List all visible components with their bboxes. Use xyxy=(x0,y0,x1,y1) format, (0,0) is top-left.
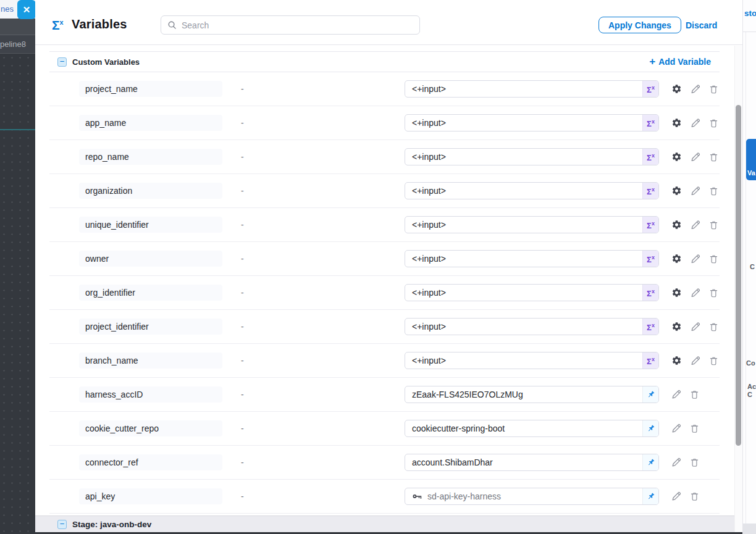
variable-value-input[interactable]: cookiecutter-spring-boot xyxy=(405,420,659,437)
expression-type-button[interactable]: Σx xyxy=(642,81,658,97)
edit-icon[interactable] xyxy=(691,186,700,196)
expression-type-button[interactable]: Σx xyxy=(642,251,658,267)
settings-icon[interactable] xyxy=(671,356,682,366)
delete-icon[interactable] xyxy=(709,152,718,162)
edit-icon[interactable] xyxy=(691,322,700,332)
settings-icon[interactable] xyxy=(671,84,682,94)
edit-icon[interactable] xyxy=(691,84,700,94)
apply-changes-button[interactable]: Apply Changes xyxy=(598,17,681,33)
custom-variables-section-header: − Custom Variables + Add Variable xyxy=(49,51,720,72)
expression-icon: Σx xyxy=(647,288,655,298)
sigma-x-icon: Σx xyxy=(52,16,64,31)
variable-value-input[interactable]: <+input>Σx xyxy=(405,114,659,131)
row-actions xyxy=(671,390,699,399)
variables-drawer: Σx Variables Search Apply Changes Discar… xyxy=(35,0,742,534)
edit-icon[interactable] xyxy=(671,457,681,467)
delete-icon[interactable] xyxy=(690,390,699,399)
edit-icon[interactable] xyxy=(691,118,700,128)
variable-value-input[interactable]: <+input>Σx xyxy=(405,318,659,335)
expression-type-button[interactable]: Σx xyxy=(642,115,658,131)
delete-icon[interactable] xyxy=(709,356,718,365)
delete-icon[interactable] xyxy=(709,288,718,298)
key-icon xyxy=(412,492,422,501)
variable-name: connector_ref xyxy=(79,454,222,470)
variable-value-input[interactable]: <+input>Σx xyxy=(405,148,659,165)
variable-value-input[interactable]: zEaak-FLS425IEO7OLzMUg xyxy=(405,386,659,403)
variable-value-input[interactable]: sd-api-key-harness xyxy=(405,488,659,505)
variable-type: - xyxy=(241,322,244,332)
variable-name: org_identifier xyxy=(79,285,222,301)
edit-icon[interactable] xyxy=(691,356,700,365)
variable-value-input[interactable]: <+input>Σx xyxy=(405,352,659,369)
add-variable-button[interactable]: + Add Variable xyxy=(649,57,711,67)
expression-icon: Σx xyxy=(647,254,655,264)
variable-value-input[interactable]: <+input>Σx xyxy=(405,250,659,267)
delete-icon[interactable] xyxy=(709,118,718,128)
delete-icon[interactable] xyxy=(709,186,718,196)
history-link-fragment[interactable]: stor xyxy=(744,9,756,18)
delete-icon[interactable] xyxy=(709,254,718,264)
variable-value-input[interactable]: account.ShibamDhar xyxy=(405,454,659,471)
scrollbar-thumb[interactable] xyxy=(736,105,741,446)
edit-icon[interactable] xyxy=(691,288,700,298)
canvas-divider-line xyxy=(0,129,35,130)
variable-value-input[interactable]: <+input>Σx xyxy=(405,80,659,98)
close-drawer-button[interactable]: ✕ xyxy=(17,0,36,19)
row-actions xyxy=(671,356,718,366)
delete-icon[interactable] xyxy=(690,457,699,467)
edit-icon[interactable] xyxy=(671,423,681,433)
rail-bottom-band xyxy=(743,524,756,534)
settings-icon[interactable] xyxy=(671,254,682,264)
delete-icon[interactable] xyxy=(709,322,718,332)
search-input[interactable]: Search xyxy=(161,15,420,35)
variable-row: unique_identifier-<+input>Σx xyxy=(49,208,720,242)
edit-icon[interactable] xyxy=(691,220,700,230)
delete-icon[interactable] xyxy=(709,84,718,94)
expression-type-button[interactable]: Σx xyxy=(642,319,658,335)
variable-value: <+input> xyxy=(412,288,446,298)
variable-value-input[interactable]: <+input>Σx xyxy=(405,182,659,199)
delete-icon[interactable] xyxy=(690,423,699,433)
settings-icon[interactable] xyxy=(671,288,682,298)
edit-icon[interactable] xyxy=(691,254,700,264)
fixed-value-pin-button[interactable] xyxy=(642,488,658,504)
settings-icon[interactable] xyxy=(671,118,682,128)
variable-name: cookie_cutter_repo xyxy=(79,420,222,436)
delete-icon[interactable] xyxy=(709,220,718,230)
rail-border xyxy=(746,32,746,524)
variable-value: account.ShibamDhar xyxy=(412,457,493,467)
expression-type-button[interactable]: Σx xyxy=(642,149,658,165)
collapse-icon[interactable]: − xyxy=(57,57,67,67)
delete-icon[interactable] xyxy=(690,491,699,501)
row-actions xyxy=(671,220,718,230)
expression-icon: Σx xyxy=(647,186,655,196)
variable-value-input[interactable]: <+input>Σx xyxy=(405,216,659,233)
expression-type-button[interactable]: Σx xyxy=(642,353,658,369)
expression-type-button[interactable]: Σx xyxy=(642,183,658,199)
settings-icon[interactable] xyxy=(671,322,682,332)
discard-button[interactable]: Discard xyxy=(686,17,717,33)
settings-icon[interactable] xyxy=(671,186,682,196)
expression-type-button[interactable]: Σx xyxy=(642,217,658,233)
edit-icon[interactable] xyxy=(671,491,681,501)
fixed-value-pin-button[interactable] xyxy=(642,386,658,403)
fixed-value-pin-button[interactable] xyxy=(642,420,658,436)
edit-icon[interactable] xyxy=(691,152,700,162)
variable-name: branch_name xyxy=(79,353,222,369)
collapse-icon[interactable]: − xyxy=(57,520,67,529)
variable-value-input[interactable]: <+input>Σx xyxy=(405,284,659,301)
variable-value: <+input> xyxy=(412,356,446,365)
settings-icon[interactable] xyxy=(671,220,682,230)
edit-icon[interactable] xyxy=(671,390,681,399)
settings-icon[interactable] xyxy=(671,152,682,162)
row-actions xyxy=(671,254,718,264)
variable-value: <+input> xyxy=(412,118,446,128)
expression-type-button[interactable]: Σx xyxy=(642,285,658,301)
variables-side-tab[interactable]: Va xyxy=(746,139,756,180)
variable-row: project_name-<+input>Σx xyxy=(49,72,720,106)
pin-icon xyxy=(647,390,655,399)
variable-type: - xyxy=(241,423,244,433)
fixed-value-pin-button[interactable] xyxy=(642,454,658,470)
variable-row: org_identifier-<+input>Σx xyxy=(49,276,720,310)
variable-type: - xyxy=(241,491,244,501)
